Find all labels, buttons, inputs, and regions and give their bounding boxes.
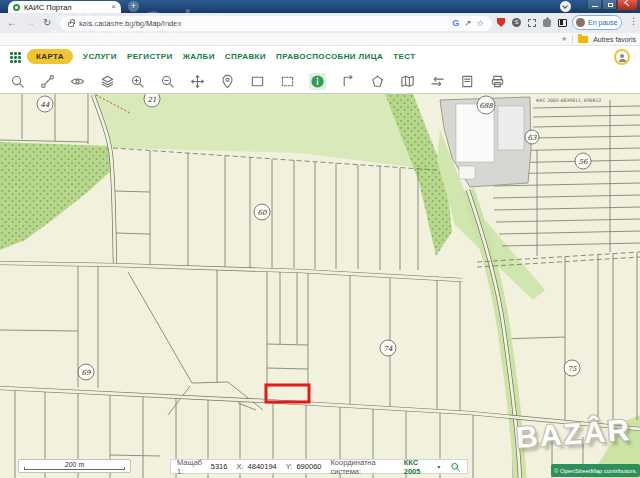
eye-icon[interactable]: [69, 73, 86, 90]
nav-item-zhalbi[interactable]: ЖАЛБИ: [183, 52, 215, 61]
user-account-button[interactable]: [614, 49, 630, 65]
user-icon: [619, 59, 626, 63]
avatar: [576, 18, 585, 27]
extensions-row: S: [497, 18, 567, 27]
y-label: Y:: [286, 462, 293, 471]
url-text[interactable]: kais.cadastre.bg/bg/Map/Index: [79, 19, 447, 28]
map-statusbar: Мащаб 1: 5316 X: 4840194 Y: 690060 Коорд…: [170, 459, 468, 474]
crs-label: Координатна система:: [330, 458, 399, 476]
select-rect-icon[interactable]: [249, 73, 266, 90]
osm-attribution[interactable]: © OpenStreetMap contributors.: [551, 464, 640, 477]
select-polygon-icon[interactable]: [369, 73, 386, 90]
svg-text:63: 63: [528, 134, 537, 142]
back-button[interactable]: ←: [7, 16, 17, 30]
svg-text:21: 21: [148, 96, 157, 104]
svg-text:75: 75: [568, 365, 577, 373]
x-label: X:: [236, 462, 243, 471]
other-bookmarks[interactable]: Autres favoris: [593, 36, 636, 43]
nav-item-test[interactable]: ТЕСТ: [393, 52, 415, 61]
browser-tab[interactable]: КАИС Портал ×: [8, 1, 121, 13]
location-pin-icon[interactable]: [219, 73, 236, 90]
window-close-button[interactable]: [617, 0, 638, 10]
share-icon[interactable]: ↗: [464, 18, 471, 28]
screenshot-icon[interactable]: [528, 19, 536, 27]
divider: [572, 35, 573, 44]
nav-item-uslugi[interactable]: УСЛУГИ: [83, 52, 117, 61]
select-rect-dashed-icon[interactable]: [279, 73, 296, 90]
window-controls: [587, 0, 638, 10]
nav-item-registri[interactable]: РЕГИСТРИ: [127, 52, 173, 61]
svg-text:69: 69: [82, 369, 91, 377]
url-bar[interactable]: kais.cadastre.bg/bg/Map/Index G ↗ ☆: [60, 16, 492, 31]
map-sheet-ref-label: ККС 2005 4839811, 690812: [536, 98, 601, 103]
layers-icon[interactable]: [99, 73, 116, 90]
site-favicon-icon: [13, 4, 20, 11]
search-icon[interactable]: [9, 73, 26, 90]
measure-angle-icon[interactable]: [339, 73, 356, 90]
nav-item-spravki[interactable]: СПРАВКИ: [225, 52, 266, 61]
folder-icon: [578, 36, 588, 43]
swap-arrows-icon[interactable]: [429, 73, 446, 90]
bookmarks-bar: ★ Autres favoris: [0, 33, 640, 46]
map-toolbar: [0, 69, 640, 94]
nav-item-pravosposobni[interactable]: ПРАВОСПОСОБНИ ЛИЦА: [276, 52, 383, 61]
cadastral-map-canvas[interactable]: 44 21 60 688 63 56 69 74 75 ККС 2005 483…: [0, 94, 640, 478]
scale-value: 5316: [211, 462, 228, 471]
profile-label: En pause: [588, 19, 618, 26]
main-nav: КАРТА УСЛУГИ РЕГИСТРИ ЖАЛБИ СПРАВКИ ПРАВ…: [27, 49, 416, 64]
extensions-puzzle-icon[interactable]: [543, 19, 551, 27]
window-minimize-button[interactable]: [587, 0, 602, 10]
browser-addressbar: ← → ↻ kais.cadastre.bg/bg/Map/Index G ↗ …: [0, 13, 640, 33]
split-view-icon[interactable]: [558, 19, 567, 27]
zoom-in-icon[interactable]: [129, 73, 146, 90]
route-icon[interactable]: [39, 73, 56, 90]
x-value: 4840194: [248, 462, 277, 471]
map-scalebar: 200 m: [18, 459, 131, 473]
bookmark-star-icon[interactable]: ☆: [476, 18, 484, 28]
print-icon[interactable]: [489, 73, 506, 90]
svg-text:60: 60: [258, 209, 267, 217]
y-value: 690060: [296, 462, 321, 471]
crs-value[interactable]: ККС 2005: [404, 458, 434, 476]
browser-window: КАИС Портал × + ← → ↻ kais.cadastre.bg/b…: [0, 0, 640, 478]
extension-s-icon[interactable]: S: [512, 18, 521, 27]
svg-text:74: 74: [384, 345, 393, 353]
browser-titlebar: КАИС Портал × +: [0, 0, 640, 13]
svg-text:56: 56: [579, 158, 588, 166]
google-icon[interactable]: G: [452, 18, 459, 28]
svg-text:44: 44: [41, 101, 50, 109]
apps-grid-icon[interactable]: [10, 52, 21, 63]
reload-button[interactable]: ↻: [43, 16, 51, 30]
pan-icon[interactable]: [189, 73, 206, 90]
tab-title: КАИС Портал: [24, 3, 107, 12]
bookmark-item-icon[interactable]: ★: [561, 35, 567, 43]
new-tab-button[interactable]: +: [128, 1, 139, 12]
site-header: КАРТА УСЛУГИ РЕГИСТРИ ЖАЛБИ СПРАВКИ ПРАВ…: [0, 46, 640, 69]
scalebar-bracket: [24, 467, 125, 471]
adblock-shield-icon[interactable]: [497, 18, 505, 27]
lock-icon: [68, 22, 74, 27]
statusbar-search-icon[interactable]: [450, 461, 461, 473]
browser-menu-icon[interactable]: ⋮: [629, 16, 638, 26]
window-chevron-icon[interactable]: [560, 1, 571, 12]
svg-text:688: 688: [479, 102, 493, 110]
profile-button[interactable]: En pause: [572, 15, 622, 30]
info-icon[interactable]: [309, 73, 326, 90]
window-maximize-button[interactable]: [602, 0, 617, 10]
nav-item-karta[interactable]: КАРТА: [27, 49, 73, 64]
notes-icon[interactable]: [459, 73, 476, 90]
tab-close-icon[interactable]: ×: [111, 3, 116, 11]
map-sheets-icon[interactable]: [399, 73, 416, 90]
zoom-out-icon[interactable]: [159, 73, 176, 90]
forward-button[interactable]: →: [25, 16, 35, 30]
crs-dropdown-caret-icon[interactable]: ▾: [437, 463, 440, 470]
scale-label: Мащаб 1:: [177, 458, 207, 476]
